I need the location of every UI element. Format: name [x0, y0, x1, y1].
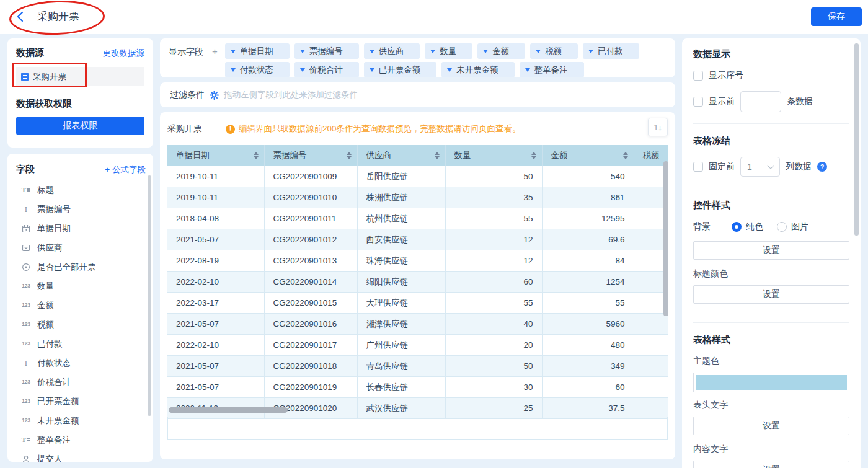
chevron-down-icon [588, 50, 593, 53]
show-first-checkbox[interactable] [693, 97, 703, 107]
table-vertical-scrollbar[interactable] [663, 161, 668, 316]
field-item[interactable]: 123已开票金额 [16, 392, 146, 411]
sort-arrows-icon[interactable] [531, 152, 536, 159]
table-cell: 2022-02-10 [167, 272, 264, 293]
table-cell: 20 [445, 335, 542, 356]
datasource-item-label: 采购开票 [33, 71, 66, 82]
table-row: 2022-03-17CG20220901015大理供应链5555 [167, 293, 668, 314]
field-chip[interactable]: 已付款 [583, 43, 639, 59]
image-label: 图片 [791, 221, 808, 232]
back-button[interactable] [16, 11, 24, 22]
preview-warning: ! 编辑界面只取数据源前200条作为查询数据预览，完整数据请访问页面查看。 [226, 123, 521, 135]
table-horizontal-scrollbar[interactable] [169, 407, 288, 413]
table-cell: 12 [445, 250, 542, 272]
document-icon [21, 73, 29, 81]
solid-color-radio[interactable] [732, 222, 742, 232]
field-item[interactable]: 123税额 [16, 315, 146, 334]
field-chip[interactable]: 未开票金额 [441, 62, 515, 77]
page-title[interactable]: 采购开票 [36, 9, 83, 27]
summary-row-placeholder [167, 417, 668, 440]
theme-color-swatch[interactable] [693, 373, 849, 392]
table-cell: 株洲供应链 [357, 187, 445, 208]
table-row: 2018-04-08CG20220901011杭州供应链5512595 [167, 208, 668, 229]
table-cell: 37.5 [542, 398, 634, 419]
settings-scrollbar[interactable] [854, 43, 859, 236]
column-header[interactable]: 税额 [634, 145, 668, 166]
numeric-sort-icon[interactable]: 1↓ [648, 118, 668, 136]
field-item[interactable]: 是否已全部开票 [16, 257, 146, 276]
field-chip[interactable]: 金额 [477, 43, 525, 59]
table-cell: 2019-10-11 [167, 187, 264, 208]
field-item[interactable]: 单据日期 [16, 219, 146, 238]
widget-style-title: 控件样式 [693, 200, 849, 211]
column-header[interactable]: 数量 [445, 145, 542, 166]
help-icon[interactable]: ? [817, 162, 827, 172]
field-chip[interactable]: 票据编号 [294, 43, 359, 59]
field-item[interactable]: 提交人 [16, 449, 146, 462]
field-item[interactable]: I票据编号 [16, 200, 146, 219]
field-item[interactable]: 供应商 [16, 238, 146, 257]
gear-icon[interactable] [210, 91, 219, 100]
table-cell [634, 229, 668, 250]
add-display-field-button[interactable]: + [212, 46, 218, 73]
report-permission-button[interactable]: 报表权限 [16, 117, 144, 135]
field-item[interactable]: T标题 [16, 180, 146, 200]
add-formula-field-link[interactable]: + 公式字段 [105, 164, 146, 175]
save-button[interactable]: 保存 [811, 7, 862, 26]
field-chip[interactable]: 单据日期 [225, 43, 290, 59]
field-item[interactable]: I付款状态 [16, 353, 146, 373]
number-icon: 123 [20, 379, 32, 385]
sort-arrows-icon[interactable] [623, 152, 628, 159]
solid-color-label: 纯色 [746, 221, 763, 232]
show-index-checkbox[interactable] [693, 71, 703, 81]
datasource-item[interactable]: 采购开票 [16, 67, 144, 86]
column-header[interactable]: 单据日期 [167, 145, 264, 166]
field-chip[interactable]: 已开票金额 [364, 62, 437, 77]
column-header[interactable]: 票据编号 [264, 145, 357, 166]
sort-arrows-icon[interactable] [347, 152, 352, 159]
field-item[interactable]: 123数量 [16, 276, 146, 296]
show-first-count-input[interactable] [740, 91, 781, 112]
background-setting-button[interactable]: 设置 [693, 241, 849, 260]
table-cell: 岳阳供应链 [357, 166, 445, 187]
image-radio[interactable] [777, 222, 787, 232]
chevron-down-icon [430, 50, 435, 53]
number-icon: 123 [20, 283, 32, 289]
table-cell [634, 314, 668, 335]
sort-arrows-icon[interactable] [254, 152, 259, 159]
field-chip[interactable]: 供应商 [364, 43, 420, 59]
freeze-columns-checkbox[interactable] [693, 162, 703, 172]
column-header[interactable]: 金额 [542, 145, 634, 166]
header-text-setting-button[interactable]: 设置 [693, 417, 849, 435]
sort-arrows-icon[interactable] [435, 152, 440, 159]
table-cell: 1254 [542, 272, 634, 293]
top-bar: 采购开票 保存 [0, 0, 868, 34]
field-chip[interactable]: 税额 [530, 43, 578, 59]
field-item[interactable]: 123未开票金额 [16, 411, 146, 430]
fields-title: 字段 [16, 164, 35, 175]
table-cell [634, 293, 668, 314]
field-item[interactable]: 123已付款 [16, 334, 146, 353]
field-chip[interactable]: 价税合计 [294, 62, 359, 77]
change-datasource-link[interactable]: 更改数据源 [103, 48, 145, 59]
field-chip[interactable]: 整单备注 [520, 62, 584, 77]
preview-panel: 采购开票 ! 编辑界面只取数据源前200条作为查询数据预览，完整数据请访问页面查… [160, 112, 675, 459]
freeze-suffix: 列数据 [786, 161, 812, 172]
freeze-count-select[interactable]: 1 [740, 157, 780, 177]
table-cell: 珠海供应链 [357, 250, 445, 272]
table-row: 2019-10-11CG20220901010株洲供应链35861 [167, 187, 668, 208]
table-cell: 55 [445, 293, 542, 314]
field-item[interactable]: 123价税合计 [16, 373, 146, 392]
fields-scrollbar[interactable] [148, 175, 151, 416]
table-cell: 2022-02-10 [167, 335, 264, 356]
field-chip[interactable]: 付款状态 [225, 62, 290, 77]
content-text-setting-button[interactable]: 设置 [693, 461, 849, 468]
table-cell: 40 [445, 314, 542, 335]
field-chip[interactable]: 数量 [425, 43, 472, 59]
table-row: 2022-08-19CG20220901013珠海供应链1284 [167, 250, 668, 272]
field-item[interactable]: T整单备注 [16, 430, 146, 449]
table-cell: 55 [445, 208, 542, 229]
field-item[interactable]: 123金额 [16, 296, 146, 315]
title-color-setting-button[interactable]: 设置 [693, 285, 849, 304]
column-header[interactable]: 供应商 [357, 145, 445, 166]
